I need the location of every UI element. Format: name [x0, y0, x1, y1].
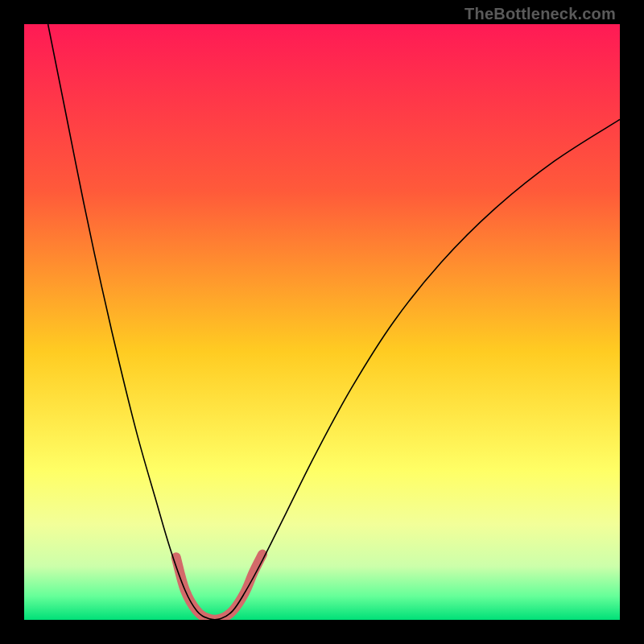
- watermark-text: TheBottleneck.com: [464, 5, 616, 23]
- plot-area: [24, 24, 620, 620]
- bottleneck-chart: [24, 24, 620, 620]
- gradient-background: [24, 24, 620, 620]
- chart-frame: TheBottleneck.com: [0, 0, 644, 644]
